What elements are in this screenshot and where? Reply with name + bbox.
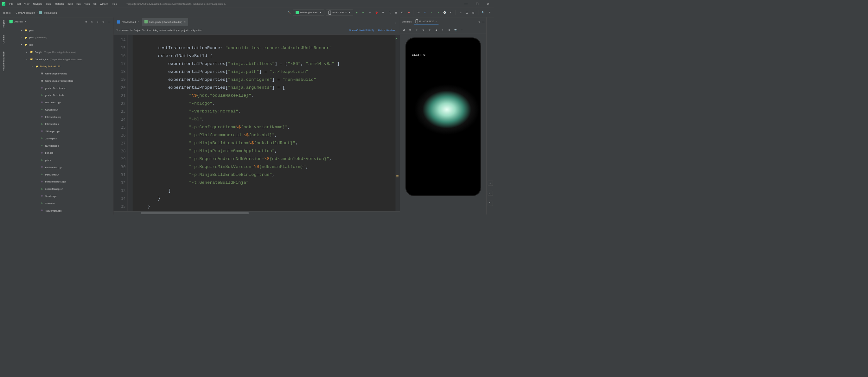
tree-row[interactable]: hJNIHelper.h <box>7 135 114 142</box>
emulator-viewport[interactable]: 33.32 FPS <box>400 34 487 215</box>
chevron-right-icon[interactable]: ▸ <box>20 36 23 39</box>
tree-row[interactable]: hpch.h <box>7 157 114 164</box>
tree-row[interactable]: hShader.h <box>7 199 114 207</box>
build-hammer-icon[interactable]: 🔨 <box>286 10 291 15</box>
open-project-structure-link[interactable]: Open (Ctrl+Alt+Shift+S) <box>347 29 376 32</box>
tree-row[interactable]: ▸📁Google [Teapot.GameApplication.main] <box>7 48 114 56</box>
chevron-right-icon[interactable]: ▸ <box>31 65 34 67</box>
menu-view[interactable]: View <box>23 2 31 6</box>
git-history-button[interactable]: 🕘 <box>442 10 447 15</box>
breadcrumb-module[interactable]: GameApplication <box>14 11 36 14</box>
chevron-down-icon[interactable]: ▾ <box>25 58 28 60</box>
sdk-manager-button[interactable]: ⬓ <box>464 10 469 15</box>
line-number-gutter[interactable]: 1415161718192021222324252627282930313233… <box>114 34 127 211</box>
code-minimap-icon[interactable]: ≡ <box>396 174 399 179</box>
menu-refactor[interactable]: Refactor <box>53 2 66 6</box>
menu-code[interactable]: Code <box>44 2 53 6</box>
tree-row[interactable]: ©GLContext.cpp <box>7 99 114 106</box>
menu-help[interactable]: Help <box>110 2 119 6</box>
fold-gutter[interactable] <box>128 34 133 211</box>
project-tool-tab[interactable]: Project <box>2 19 5 29</box>
tree-row[interactable]: hPerfMonitor.h <box>7 171 114 178</box>
zoom-1to1-button[interactable]: 1:1 <box>488 191 493 196</box>
expand-all-button[interactable]: ⇅ <box>90 20 94 24</box>
tree-row[interactable]: ▸📁Debug.Android-x86 <box>7 63 114 70</box>
tree-row[interactable]: ©sensorManager.cpp <box>7 178 114 185</box>
menu-file[interactable]: File <box>8 2 15 6</box>
close-tab-icon[interactable]: × <box>184 20 186 24</box>
stop-button[interactable]: ■ <box>406 10 411 15</box>
select-opened-file-button[interactable]: ⊕ <box>84 20 88 24</box>
menu-run[interactable]: Run <box>74 2 82 6</box>
search-everywhere-button[interactable]: 🔍 <box>480 10 486 15</box>
scrollbar-thumb[interactable] <box>141 212 249 214</box>
tree-row[interactable]: ©JNIHelper.cpp <box>7 128 114 135</box>
close-tab-icon[interactable]: × <box>137 20 139 24</box>
minimize-button[interactable]: — <box>464 2 468 6</box>
editor-error-stripe[interactable] <box>395 34 400 211</box>
apply-changes-button[interactable]: ⟳ <box>361 10 366 15</box>
tree-row[interactable]: ▾📁cpp <box>7 41 114 49</box>
chevron-right-icon[interactable]: ▸ <box>20 29 23 31</box>
zoom-fit-button[interactable]: ⛶ <box>488 201 493 206</box>
resource-manager-tool-tab[interactable]: Resource Manager <box>2 50 5 73</box>
tree-row[interactable]: ©TapCamera.cpp <box>7 207 114 214</box>
panel-settings-button[interactable]: ⚙ <box>101 20 105 24</box>
resource-manager-button[interactable]: ◫ <box>471 10 476 15</box>
editor-tab[interactable]: build.gradle (:GameApplication)× <box>142 18 188 26</box>
more-button[interactable]: ⋯ <box>460 28 465 32</box>
hide-panel-button[interactable]: — <box>107 20 112 24</box>
hide-notification-link[interactable]: Hide notification <box>376 29 397 32</box>
tree-row[interactable]: ▤GameEngine.vcxproj.filters <box>7 77 114 85</box>
code-editor[interactable]: testInstrumentationRunner "androidx.test… <box>133 34 396 211</box>
tree-row[interactable]: ©PerfMonitor.cpp <box>7 164 114 171</box>
zoom-in-button[interactable]: + <box>488 181 493 186</box>
tree-row[interactable]: hInterpolator.h <box>7 120 114 128</box>
volume-down-button[interactable]: 🕩 <box>414 28 419 32</box>
app-inspection-button[interactable]: ▦ <box>394 10 399 15</box>
apply-code-changes-button[interactable]: ≡ <box>368 10 373 15</box>
settings-button[interactable]: ⚙ <box>487 10 492 15</box>
hide-emulator-button[interactable]: — <box>482 20 484 23</box>
editor-tab-options-button[interactable]: ⋮ <box>391 22 400 26</box>
git-update-button[interactable]: ✔ <box>423 10 428 15</box>
back-button[interactable]: ◀ <box>434 28 439 32</box>
menu-navigate[interactable]: Navigate <box>31 2 44 6</box>
git-rollback-button[interactable]: ↶ <box>448 10 454 15</box>
git-push-button[interactable]: ↗ <box>436 10 441 15</box>
power-button[interactable]: ⏻ <box>401 28 406 32</box>
tree-row[interactable]: hGLContext.h <box>7 106 114 114</box>
menu-edit[interactable]: Edit <box>15 2 23 6</box>
chevron-right-icon[interactable]: ▸ <box>25 51 28 53</box>
rotate-left-button[interactable]: ⟲ <box>421 28 426 32</box>
tree-row[interactable]: ©Shader.cpp <box>7 193 114 200</box>
horizontal-scrollbar[interactable] <box>114 211 400 215</box>
run-button[interactable]: ▶ <box>354 10 360 15</box>
menu-tools[interactable]: Tools <box>82 2 92 6</box>
rotate-right-button[interactable]: ⟳ <box>427 28 432 32</box>
run-configuration-dropdown[interactable]: GameApplication ▼ <box>293 9 324 15</box>
tree-row[interactable]: ▸📁java <box>7 27 114 34</box>
volume-up-button[interactable]: 🕪 <box>408 28 413 32</box>
menu-window[interactable]: Window <box>98 2 110 6</box>
inspection-ok-icon[interactable]: ✔ <box>395 36 398 41</box>
commit-tool-tab[interactable]: Commit <box>2 34 5 45</box>
tree-row[interactable]: hgestureDetector.h <box>7 92 114 99</box>
coverage-button[interactable]: ⛨ <box>380 10 385 15</box>
overview-button[interactable]: ■ <box>447 28 452 32</box>
tree-row[interactable]: ©pch.cpp <box>7 149 114 157</box>
tree-row[interactable]: ©gestureDetector.cpp <box>7 84 114 92</box>
menu-git[interactable]: Git <box>92 2 98 6</box>
debug-button[interactable]: 🐞 <box>374 10 379 15</box>
tree-row[interactable]: ▤GameEngine.vcxproj <box>7 70 114 77</box>
project-tree[interactable]: ▸📁java▸📁java (generated)▾📁cpp▸📁Google [T… <box>7 26 114 215</box>
tree-row[interactable]: ©Interpolator.cpp <box>7 113 114 120</box>
editor-tab[interactable]: README.md× <box>114 18 142 26</box>
menu-build[interactable]: Build <box>66 2 75 6</box>
tree-row[interactable]: hsensorManager.h <box>7 185 114 193</box>
close-button[interactable]: ✕ <box>486 2 490 6</box>
profiler-button[interactable]: 〽 <box>387 10 392 15</box>
breadcrumb-root[interactable]: Teapot <box>2 11 12 14</box>
git-commit-button[interactable]: ✓ <box>429 10 434 15</box>
maximize-button[interactable]: ☐ <box>475 2 479 6</box>
